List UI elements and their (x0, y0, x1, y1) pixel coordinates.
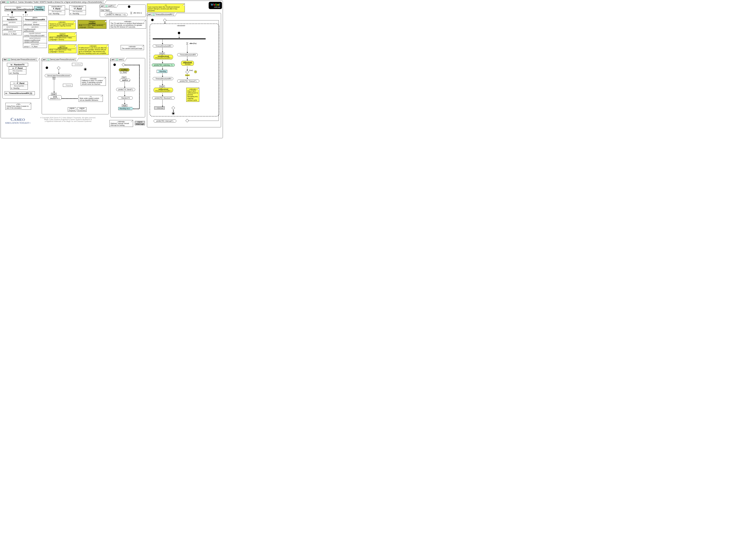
ibd-tab: ibd [ DemoListenTimeoutStructured] (3, 58, 38, 61)
nm: EndTest (78, 109, 86, 111)
nm: resetReceived (49, 35, 76, 36)
b: Fallback to catch TX context expiry. If … (82, 80, 105, 85)
h: owned behaviors (3, 26, 21, 28)
randwait: randWait (119, 68, 130, 71)
activity-icon (153, 14, 155, 16)
st: «signal» (68, 108, 76, 109)
kw: act (101, 5, 104, 7)
note-rationale-parallel: «rationale» If 'isReceived' is set True … (78, 44, 109, 55)
read-rx-3: : TimeoutStructuredRX (177, 53, 198, 56)
waitfor-tab: act [ waitFor] (100, 5, 116, 8)
nm: o : F_Rand (9, 67, 26, 70)
block-randsig: «signal»RandSig (34, 6, 45, 11)
ibd-i: i : ~F_Rand flow propertiesin : RandSig (10, 81, 28, 89)
loop-line (139, 65, 140, 109)
h: flow properties (11, 85, 27, 87)
v: «proxy» i : ~F_Rand (24, 46, 37, 47)
note-rationale-loop: «rationale» The random send just loops (121, 45, 144, 50)
b: Tested to protect against timeout disrup… (49, 23, 75, 28)
rake-icon: ⏚ (129, 80, 130, 81)
note-care: «!» Care must be taken the TimeEvent tim… (147, 4, 185, 12)
bdd-kw: bdd (2, 1, 5, 3)
st: «signal» (35, 7, 44, 8)
bdd-title: SysMLv1: Cameo Simulation Toolkit: HOWTO… (10, 1, 102, 3)
dashed-link (62, 98, 78, 99)
c: (RandomTX::) (49, 98, 60, 99)
nm: setReceived (49, 47, 76, 49)
n: isReceived (183, 61, 192, 63)
st: «~interfaceBlock» (70, 6, 85, 8)
pin-target: target (51, 93, 57, 95)
iface-conn-icon (66, 8, 67, 10)
nm: DemoListenTimeoutStructured (5, 8, 32, 10)
fork-bar (153, 38, 206, 39)
arrow (162, 99, 163, 107)
waitfor-println: println("TX: Wait (s): " + t); (105, 13, 128, 16)
pin-target: target (159, 53, 165, 55)
st: «opaque» (49, 33, 76, 35)
v: «activity»TimeoutStructuredRX (24, 35, 44, 36)
st: «rationale» (79, 45, 108, 47)
arrow (165, 22, 165, 24)
v: in : RandSig (11, 87, 19, 89)
arrow (162, 80, 163, 85)
println-listening: println("RX: Listening..."); (152, 64, 175, 67)
loop-line (125, 65, 139, 65)
nm: F_Rand (49, 8, 64, 10)
arrow (162, 93, 163, 96)
c: (TimeoutStructuredRX::) (155, 57, 172, 59)
kw: act (112, 59, 114, 61)
nm: send (119, 59, 123, 61)
role-rx: rx (23, 14, 24, 16)
initial-node (113, 64, 116, 66)
act-send-tab: act [ send] (111, 58, 125, 61)
h: flow properties (10, 70, 26, 72)
v: send() (3, 24, 8, 26)
copyright: © Copyright 2024 Darren R C Kelly (Webel… (35, 117, 101, 122)
read-rx-2: : TimeoutStructuredRX (153, 77, 173, 80)
note-opaque-set: «opaque» setReceived Body = self.isRecei… (48, 44, 77, 53)
note-fallback: «rationale» Fallback to catch TX context… (81, 77, 106, 86)
st: «!» (80, 96, 102, 97)
initial-node (128, 5, 130, 8)
t: : Boolean (183, 63, 192, 65)
initial-node (151, 19, 154, 21)
time-event-icon (130, 12, 133, 14)
block-demolisten: «block»DemoListenTimeoutStructured (5, 6, 33, 11)
call-send: send (RandomTX::) (48, 95, 62, 100)
h: flow properties (49, 11, 64, 12)
v: resetReceived() (24, 28, 46, 30)
nm: DemoListenTimeoutStructured (50, 59, 75, 61)
act-rx-tab: act [ TimeoutStructuredRX] (147, 13, 175, 16)
read-randomtx: : RandomTX (118, 96, 133, 99)
st: «block» (24, 17, 46, 19)
nm: DemoListenTimeoutStructured (11, 59, 35, 61)
flow-final (194, 71, 197, 73)
v: in : RandSig (70, 13, 79, 15)
loop-back (166, 20, 219, 21)
h: proxy ports (24, 43, 46, 45)
nm: ~F_Rand (70, 8, 85, 10)
act-demo-tab: act [ DemoListenTimeoutStructured] (42, 58, 77, 61)
kw: act (43, 59, 45, 61)
sig-def-repeat: «signal» Repeat (68, 107, 76, 112)
v: «opaque»resetReceived (24, 39, 46, 41)
package-icon (7, 1, 9, 3)
call-resetreceived: resetReceived (TimeoutStructuredRX::) (154, 55, 173, 59)
note-noteunder: «!» Note under explicit control, not as … (79, 95, 103, 102)
note-opaque-reset: «opaque» resetReceived Body = self.isRec… (48, 32, 77, 41)
accept-repeat: Repeat (63, 84, 73, 87)
nm: randWait (79, 23, 105, 24)
b: Note under explicit control, not as clas… (80, 97, 102, 101)
l2: Magic Cyber-Systems Engineer® (Cameo Sys… (35, 119, 101, 120)
println-received: println("RX: Received"); (152, 96, 175, 99)
v: «opaque»setReceived (24, 41, 46, 43)
send-randsig-via-o: RandSig via o (118, 107, 132, 110)
arrow (179, 34, 179, 38)
l: Repeat (66, 84, 71, 86)
ibd-rx: rx : TimeoutStructuredRX [1] (5, 91, 35, 95)
n: send (49, 96, 60, 98)
note-rationale-txwait: «rationale» The TX wait time is a random… (109, 20, 146, 28)
pin-target: target (122, 104, 127, 107)
nm: waitFor (108, 5, 114, 7)
